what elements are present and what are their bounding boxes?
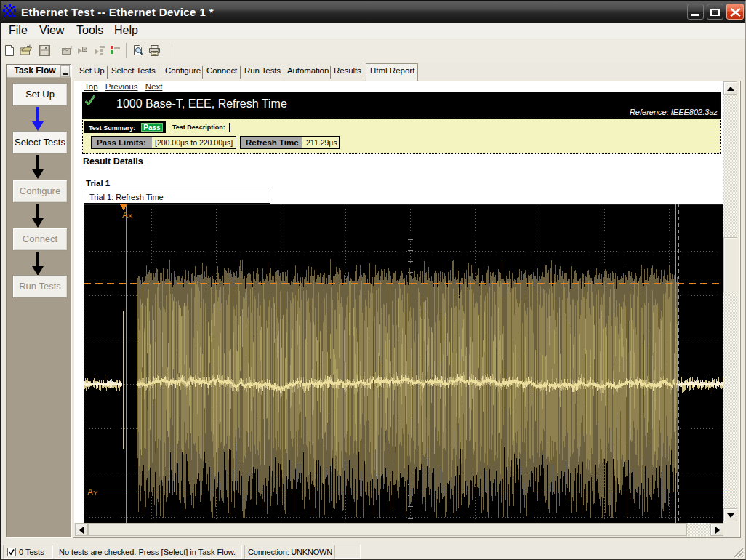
- svg-text:AY: AY: [87, 487, 98, 497]
- svg-text:AX: AX: [122, 210, 133, 220]
